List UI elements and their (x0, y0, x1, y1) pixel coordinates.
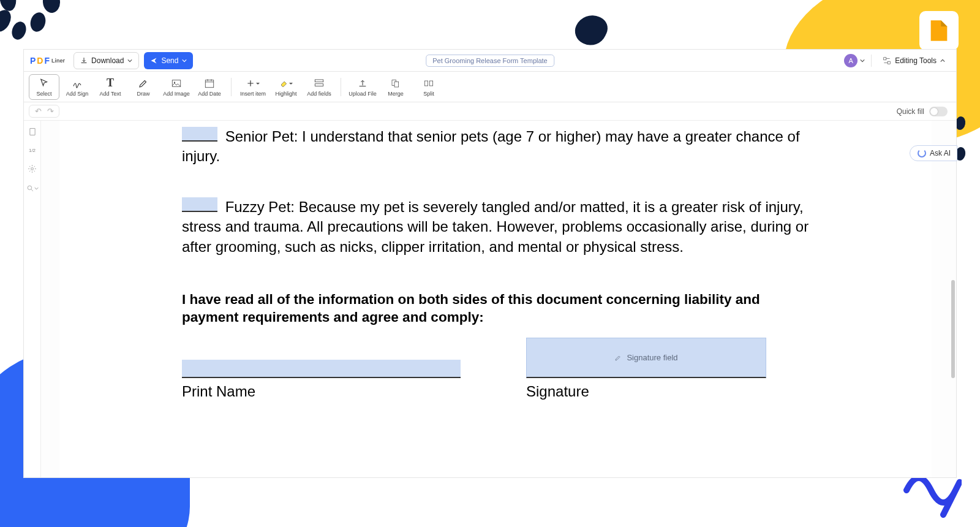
tool-label: Split (423, 91, 434, 97)
undo-button[interactable]: ↶ (33, 107, 43, 116)
zoom-icon[interactable] (26, 184, 39, 192)
editing-tools-button[interactable]: Editing Tools (878, 54, 950, 67)
download-button[interactable]: Download (74, 52, 139, 69)
brand-p: P (30, 56, 36, 66)
tool-label: Insert item (240, 91, 266, 97)
tool-add-fields[interactable]: Add fields (304, 75, 334, 99)
svg-rect-6 (315, 83, 323, 86)
tool-insert-item[interactable]: Insert item (238, 75, 268, 99)
tools-icon (883, 56, 891, 65)
signature-column: Signature field Signature (526, 360, 809, 400)
tool-label: Merge (388, 91, 404, 97)
senior-pet-checkbox-field[interactable] (182, 127, 217, 142)
page-indicator: 1/2 (29, 148, 36, 153)
sign-icon (72, 77, 83, 89)
tool-label: Highlight (275, 91, 296, 97)
undo-redo-group: ↶ ↷ (29, 105, 59, 118)
ask-ai-label: Ask AI (930, 149, 951, 157)
print-name-column: Print Name (182, 360, 465, 400)
svg-rect-1 (888, 61, 890, 64)
gear-icon[interactable] (28, 164, 37, 173)
tool-add-image[interactable]: Add Image (161, 75, 192, 99)
redo-button[interactable]: ↷ (45, 107, 55, 116)
document-title[interactable]: Pet Grooming Release Form Template (426, 55, 554, 67)
svg-point-13 (28, 186, 32, 190)
senior-pet-section: Senior Pet: I understand that senior pet… (182, 127, 809, 167)
signature-row: Print Name Signature field Signature (182, 360, 809, 400)
signature-icon (614, 354, 622, 362)
editing-tools-label: Editing Tools (895, 56, 937, 65)
svg-rect-9 (424, 81, 428, 86)
merge-icon (391, 77, 401, 89)
left-gutter: 1/2 (24, 121, 41, 477)
senior-pet-label: Senior Pet: (225, 128, 298, 145)
tool-split[interactable]: Split (413, 75, 444, 99)
tool-merge[interactable]: Merge (380, 75, 411, 99)
document-page: Senior Pet: I understand that senior pet… (59, 121, 932, 477)
split-icon (424, 77, 434, 89)
tool-select[interactable]: Select (29, 74, 59, 100)
signature-field[interactable]: Signature field (526, 338, 766, 378)
tool-label: Upload File (349, 91, 377, 97)
quick-fill-toggle[interactable]: Quick fill (897, 107, 951, 116)
svg-rect-11 (29, 129, 34, 135)
brand-d: D (37, 56, 43, 66)
brand-logo[interactable]: P D F Liner (30, 56, 65, 66)
tool-label: Add fields (307, 91, 331, 97)
send-label: Send (161, 56, 178, 65)
draw-icon (138, 77, 149, 89)
select-icon (39, 77, 50, 89)
print-name-field[interactable] (182, 360, 461, 378)
fuzzy-pet-checkbox-field[interactable] (182, 197, 217, 212)
upload-icon (358, 77, 368, 89)
send-icon (150, 57, 157, 64)
tool-label: Add Image (163, 91, 190, 97)
header-bar: P D F Liner Download Send Pet Grooming R… (24, 50, 956, 72)
sub-toolbar: ↶ ↷ Quick fill (24, 102, 956, 121)
toolbar-separator (341, 78, 341, 96)
print-name-label: Print Name (182, 383, 465, 400)
ai-spinner-icon (918, 149, 926, 157)
quick-fill-label: Quick fill (897, 107, 924, 116)
svg-point-12 (31, 168, 34, 170)
toolbar: Select Add Sign T Add Text Draw Add Imag… (24, 72, 956, 102)
plus-icon (246, 77, 260, 89)
svg-rect-10 (429, 81, 432, 86)
svg-rect-5 (315, 80, 323, 82)
tool-add-sign[interactable]: Add Sign (62, 75, 92, 99)
tool-label: Add Text (100, 91, 121, 97)
fuzzy-pet-label: Fuzzy Pet: (225, 199, 295, 215)
toolbar-separator (231, 78, 232, 96)
text-icon: T (107, 77, 114, 89)
avatar: A (844, 54, 858, 67)
date-icon (204, 77, 215, 89)
chevron-down-icon (127, 58, 132, 63)
tool-add-text[interactable]: T Add Text (95, 75, 126, 99)
bg-blob-top-center (571, 10, 611, 50)
svg-rect-0 (884, 57, 886, 59)
toggle-switch[interactable] (929, 107, 948, 116)
svg-point-3 (174, 82, 175, 83)
scrollbar-thumb[interactable] (951, 280, 955, 378)
signature-field-label: Signature field (627, 353, 677, 362)
tool-draw[interactable]: Draw (128, 75, 159, 99)
tool-upload-file[interactable]: Upload File (347, 75, 378, 99)
brand-liner: Liner (51, 58, 65, 64)
send-button[interactable]: Send (144, 52, 193, 69)
tool-label: Add Sign (66, 91, 89, 97)
account-menu[interactable]: A (844, 54, 865, 67)
corner-logo (919, 11, 959, 50)
highlight-icon (279, 77, 293, 89)
tool-add-date[interactable]: Add Date (194, 75, 225, 99)
tool-highlight[interactable]: Highlight (271, 75, 301, 99)
ask-ai-button[interactable]: Ask AI (910, 145, 957, 161)
download-label: Download (91, 56, 124, 65)
fuzzy-pet-section: Fuzzy Pet: Because my pet is severely ta… (182, 197, 809, 257)
fields-icon (314, 77, 325, 89)
svg-rect-4 (205, 80, 214, 87)
pages-icon[interactable] (28, 127, 37, 137)
tool-label: Select (36, 91, 51, 97)
tool-label: Draw (137, 91, 149, 97)
agreement-statement: I have read all of the information on bo… (182, 290, 809, 327)
chevron-up-icon (940, 58, 945, 63)
